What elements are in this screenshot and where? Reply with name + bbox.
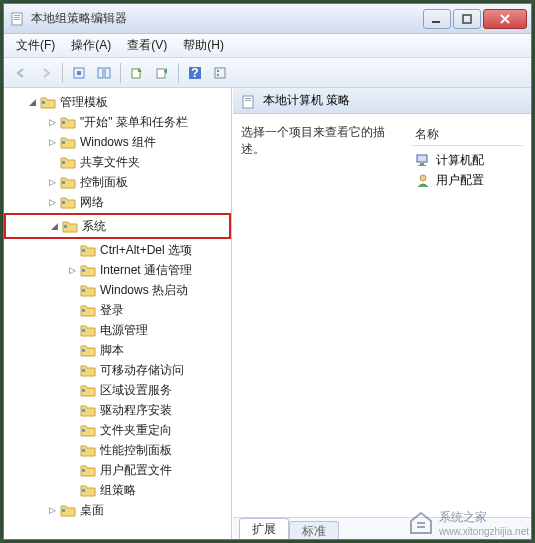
svg-rect-15 <box>217 70 219 72</box>
window-title: 本地组策略编辑器 <box>31 10 423 27</box>
tree-item-system[interactable]: ◢ 系统 <box>6 216 229 236</box>
svg-rect-18 <box>62 121 65 124</box>
svg-rect-36 <box>82 489 85 492</box>
folder-icon <box>80 443 96 457</box>
minimize-button[interactable] <box>423 9 451 29</box>
show-hide-button[interactable] <box>93 62 115 84</box>
tree-group: ▷"开始" 菜单和任务栏▷Windows 组件共享文件夹▷控制面板▷网络 <box>4 112 231 212</box>
properties-button[interactable] <box>209 62 231 84</box>
up-button[interactable] <box>68 62 90 84</box>
tree-item[interactable]: 驱动程序安装 <box>4 400 231 420</box>
tree-item[interactable]: ▷Windows 组件 <box>4 132 231 152</box>
svg-rect-37 <box>62 509 65 512</box>
tree-label: 脚本 <box>100 342 124 359</box>
refresh-button[interactable] <box>151 62 173 84</box>
expand-icon[interactable]: ▷ <box>46 176 58 188</box>
folder-icon <box>80 283 96 297</box>
tree-item[interactable]: ▷"开始" 菜单和任务栏 <box>4 112 231 132</box>
tree-item[interactable]: ▷Internet 通信管理 <box>4 260 231 280</box>
tree-item[interactable]: 文件夹重定向 <box>4 420 231 440</box>
tree-item[interactable]: Ctrl+Alt+Del 选项 <box>4 240 231 260</box>
tree-item[interactable]: 区域设置服务 <box>4 380 231 400</box>
svg-rect-24 <box>82 249 85 252</box>
menu-view[interactable]: 查看(V) <box>119 34 175 57</box>
menu-action[interactable]: 操作(A) <box>63 34 119 57</box>
tree-root[interactable]: ◢ 管理模板 <box>4 92 231 112</box>
expand-icon[interactable]: ▷ <box>46 116 58 128</box>
tree-panel[interactable]: ◢ 管理模板 ▷"开始" 菜单和任务栏▷Windows 组件共享文件夹▷控制面板… <box>4 88 232 539</box>
tree-label: 组策略 <box>100 482 136 499</box>
tree-item[interactable]: 脚本 <box>4 340 231 360</box>
svg-rect-25 <box>82 269 85 272</box>
tree-item[interactable]: Windows 热启动 <box>4 280 231 300</box>
tree-label: Internet 通信管理 <box>100 262 192 279</box>
svg-rect-17 <box>42 101 45 104</box>
content-area: ◢ 管理模板 ▷"开始" 菜单和任务栏▷Windows 组件共享文件夹▷控制面板… <box>4 88 531 539</box>
computer-icon <box>415 152 431 168</box>
expand-icon[interactable]: ▷ <box>46 196 58 208</box>
policy-icon <box>241 94 257 108</box>
menu-help[interactable]: 帮助(H) <box>175 34 232 57</box>
list-item-user[interactable]: 用户配置 <box>411 170 523 190</box>
column-header-name[interactable]: 名称 <box>411 124 523 146</box>
expand-icon[interactable]: ▷ <box>46 504 58 516</box>
tab-standard[interactable]: 标准 <box>289 521 339 539</box>
tree-item[interactable]: 用户配置文件 <box>4 460 231 480</box>
folder-icon <box>80 363 96 377</box>
svg-text:?: ? <box>191 66 198 80</box>
maximize-button[interactable] <box>453 9 481 29</box>
svg-rect-42 <box>420 163 424 165</box>
expand-icon[interactable]: ▷ <box>46 136 58 148</box>
collapse-icon[interactable]: ◢ <box>26 96 38 108</box>
svg-rect-41 <box>417 155 427 162</box>
tree-item[interactable]: 共享文件夹 <box>4 152 231 172</box>
tree-item[interactable]: 组策略 <box>4 480 231 500</box>
tree-label: 桌面 <box>80 502 104 519</box>
tree-item[interactable]: 电源管理 <box>4 320 231 340</box>
tree-item[interactable]: 登录 <box>4 300 231 320</box>
tree-label: 可移动存储访问 <box>100 362 184 379</box>
svg-rect-34 <box>82 449 85 452</box>
tree-label: "开始" 菜单和任务栏 <box>80 114 188 131</box>
details-panel: 本地计算机 策略 选择一个项目来查看它的描述。 名称 计算机配 用户配置 <box>232 88 531 539</box>
folder-icon <box>60 195 76 209</box>
folder-icon <box>80 323 96 337</box>
close-button[interactable] <box>483 9 527 29</box>
app-icon <box>10 11 26 27</box>
menu-file[interactable]: 文件(F) <box>8 34 63 57</box>
list-item-computer[interactable]: 计算机配 <box>411 150 523 170</box>
back-button <box>10 62 32 84</box>
help-button[interactable]: ? <box>184 62 206 84</box>
collapse-icon[interactable]: ◢ <box>48 220 60 232</box>
svg-rect-29 <box>82 349 85 352</box>
tree-label: 用户配置文件 <box>100 462 172 479</box>
tree-item[interactable]: ▷控制面板 <box>4 172 231 192</box>
tree-item[interactable]: 性能控制面板 <box>4 440 231 460</box>
separator <box>120 63 121 83</box>
svg-rect-4 <box>432 21 440 23</box>
folder-icon <box>80 463 96 477</box>
user-icon <box>415 172 431 188</box>
tree-item[interactable]: ▷网络 <box>4 192 231 212</box>
item-label: 计算机配 <box>436 152 484 169</box>
svg-rect-9 <box>105 68 110 78</box>
expand-icon[interactable]: ▷ <box>66 264 78 276</box>
svg-rect-33 <box>82 429 85 432</box>
folder-icon <box>80 423 96 437</box>
folder-icon <box>80 343 96 357</box>
item-label: 用户配置 <box>436 172 484 189</box>
tab-extended[interactable]: 扩展 <box>239 518 289 539</box>
tree-label: Windows 热启动 <box>100 282 188 299</box>
tree-label: Windows 组件 <box>80 134 156 151</box>
svg-rect-8 <box>98 68 103 78</box>
tree-item-desktop[interactable]: ▷ 桌面 <box>4 500 231 520</box>
svg-rect-5 <box>463 15 471 23</box>
export-button[interactable] <box>126 62 148 84</box>
description-text: 选择一个项目来查看它的描述。 <box>241 124 403 158</box>
svg-rect-19 <box>62 141 65 144</box>
description-column: 选择一个项目来查看它的描述。 <box>241 124 411 507</box>
tree-item[interactable]: 可移动存储访问 <box>4 360 231 380</box>
svg-rect-26 <box>82 289 85 292</box>
svg-rect-1 <box>14 15 20 16</box>
svg-rect-14 <box>215 68 225 78</box>
